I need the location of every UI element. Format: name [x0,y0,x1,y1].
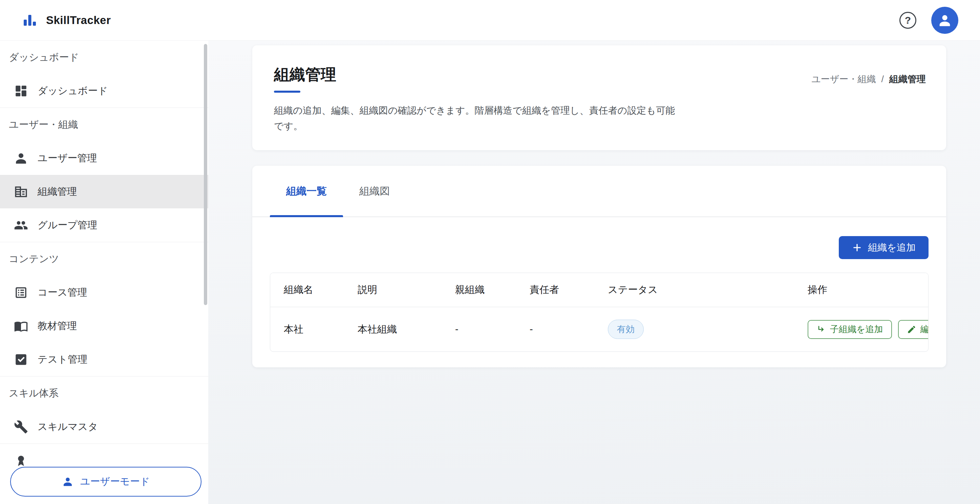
cell-org-description: 本社組織 [344,307,442,352]
column-header-parent: 親組織 [442,273,516,307]
tab-bar: 組織一覧 組織図 [252,166,946,217]
sidebar-item-user-management[interactable]: ユーザー管理 [0,141,208,175]
app-title: SkillTracker [46,14,111,27]
sidebar-item-label: 教材管理 [38,319,77,333]
sidebar-item-label: ダッシュボード [38,84,108,98]
user-mode-button[interactable]: ユーザーモード [10,467,202,496]
panel-body: 組織を追加 組織名 説明 親組織 責任者 ステータ [252,217,946,367]
breadcrumb-separator: / [881,74,884,84]
add-child-organization-button[interactable]: 子組織を追加 [808,320,892,339]
tab-organization-list[interactable]: 組織一覧 [270,166,343,217]
breadcrumb: ユーザー・組織 / 組織管理 [811,73,926,85]
add-child-organization-label: 子組織を追加 [830,323,883,335]
building-icon [14,185,28,199]
cell-status: 有効 [594,307,794,352]
breadcrumb-parent[interactable]: ユーザー・組織 [811,73,876,85]
sidebar-item-label: グループ管理 [38,219,97,232]
sidebar-item-organization-management[interactable]: 組織管理 [0,175,208,208]
user-icon [14,151,28,165]
tab-label: 組織一覧 [286,184,327,198]
sidebar-item-skill-master[interactable]: スキルマスタ [0,410,208,444]
add-organization-button-label: 組織を追加 [868,241,916,254]
status-badge: 有効 [608,320,644,339]
column-header-actions: 操作 [794,273,928,307]
title-underline [274,91,301,93]
user-icon [62,476,73,487]
edit-button-label: 編集 [920,323,929,335]
column-header-name: 組織名 [270,273,344,307]
table-row: 本社 本社組織 - - 有効 子組織を追 [270,307,928,352]
sidebar-item-label: テスト管理 [38,353,88,366]
dashboard-grid-icon [14,84,28,98]
tab-organization-chart[interactable]: 組織図 [343,166,406,217]
column-header-status: ステータス [594,273,794,307]
app-logo[interactable]: SkillTracker [22,12,111,29]
cell-actions: 子組織を追加 編集 [794,307,928,352]
user-mode-button-label: ユーザーモード [80,475,150,488]
sidebar-item-group-management[interactable]: グループ管理 [0,208,208,242]
sidebar-section-skill-system: スキル体系 スキルマスタ [0,376,208,444]
sidebar-section-label: ユーザー・組織 [0,108,208,141]
organization-table: 組織名 説明 親組織 責任者 ステータス 操作 本社 本社組織 - [270,273,929,352]
panel-toolbar: 組織を追加 [270,236,929,259]
cell-manager: - [516,307,594,352]
check-square-icon [14,352,28,367]
sidebar-section-users-orgs: ユーザー・組織 ユーザー管理 組織管理 グループ管理 [0,108,208,242]
sidebar-section-label: スキル体系 [0,376,208,410]
user-avatar[interactable] [931,7,958,34]
bar-chart-logo-icon [22,12,38,29]
sidebar-item-label: 組織管理 [38,185,77,198]
column-header-description: 説明 [344,273,442,307]
sidebar-section-label: コンテンツ [0,242,208,276]
app-header: SkillTracker ? [0,0,980,41]
edit-button[interactable]: 編集 [898,320,929,339]
help-glyph: ? [905,14,911,26]
sidebar-section-label: ダッシュボード [0,41,208,74]
organization-panel: 組織一覧 組織図 組織を追加 [252,166,946,367]
cell-org-name: 本社 [270,307,344,352]
sidebar-item-label: スキルマスタ [38,420,98,434]
tab-label: 組織図 [359,184,390,198]
help-circle-icon[interactable]: ? [899,12,916,29]
sidebar-scrollbar[interactable] [204,44,207,305]
page-header-card: 組織管理 ユーザー・組織 / 組織管理 組織の追加、編集、組織図の確認ができます… [252,45,946,150]
sidebar-item-material-management[interactable]: 教材管理 [0,309,208,343]
group-icon [14,218,28,232]
sidebar-item-dashboard[interactable]: ダッシュボード [0,74,208,108]
header-actions: ? [899,7,958,34]
sidebar: ダッシュボード ダッシュボード ユーザー・組織 ユーザー管理 組織管理 グル [0,41,208,504]
page-description: 組織の追加、編集、組織図の確認ができます。階層構造で組織を管理し、責任者の設定も… [274,103,677,134]
sidebar-section-dashboard: ダッシュボード ダッシュボード [0,41,208,108]
list-icon [14,285,28,300]
user-avatar-icon [937,13,953,28]
sidebar-item-label: コース管理 [38,286,87,300]
book-icon [14,319,28,333]
sidebar-item-test-management[interactable]: テスト管理 [0,343,208,376]
award-icon [14,453,28,468]
main-content: 組織管理 ユーザー・組織 / 組織管理 組織の追加、編集、組織図の確認ができます… [208,41,980,504]
sidebar-section-content: コンテンツ コース管理 教材管理 テスト管理 [0,242,208,376]
wrench-icon [14,420,28,434]
sidebar-item-label: ユーザー管理 [38,152,97,165]
breadcrumb-current: 組織管理 [889,73,926,85]
subdirectory-arrow-icon [816,325,826,334]
pencil-icon [907,325,916,334]
add-organization-button[interactable]: 組織を追加 [839,236,929,259]
sidebar-item-course-management[interactable]: コース管理 [0,276,208,309]
column-header-manager: 責任者 [516,273,594,307]
plus-icon [852,242,862,253]
cell-parent-org: - [442,307,516,352]
table-header-row: 組織名 説明 親組織 責任者 ステータス 操作 [270,273,928,307]
